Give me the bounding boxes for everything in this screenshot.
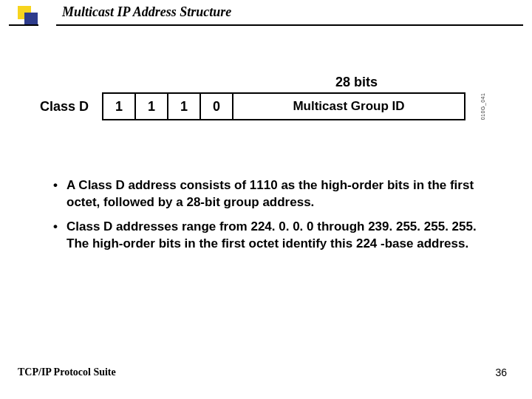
- address-diagram: 28 bits Class D 1 1 1 0 Multicast Group …: [40, 92, 491, 120]
- bits-width-label: 28 bits: [335, 75, 378, 90]
- bit-cell: 0: [200, 92, 232, 120]
- bit-cell: 1: [102, 92, 134, 120]
- list-item: A Class D address consists of 1110 as th…: [53, 177, 489, 211]
- group-id-cell: Multicast Group ID: [232, 92, 466, 120]
- page-number: 36: [495, 366, 507, 378]
- logo-icon: [18, 6, 35, 24]
- title-underline: [9, 24, 523, 26]
- bit-cell: 1: [134, 92, 167, 120]
- diagram-code: 010G_041: [480, 93, 485, 120]
- slide-header: Multicast IP Address Structure: [0, 0, 532, 35]
- class-d-label: Class D: [40, 92, 102, 120]
- bullet-list: A Class D address consists of 1110 as th…: [53, 177, 489, 260]
- bit-cell: 1: [167, 92, 200, 120]
- list-item: Class D addresses range from 224. 0. 0. …: [53, 219, 489, 253]
- slide-title: Multicast IP Address Structure: [62, 4, 231, 20]
- footer-source: TCP/IP Protocol Suite: [18, 366, 116, 378]
